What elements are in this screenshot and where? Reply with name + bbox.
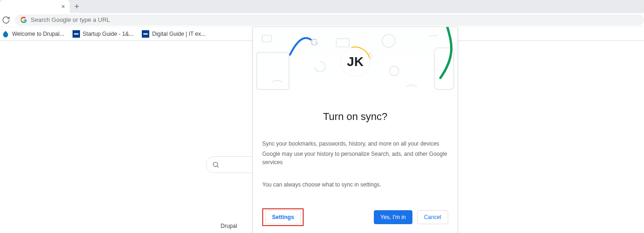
close-tab-icon[interactable]: × bbox=[61, 3, 65, 10]
svg-point-10 bbox=[390, 67, 399, 76]
ionos-icon bbox=[142, 30, 149, 38]
drupal-icon bbox=[2, 30, 9, 38]
bookmark-label: Welcome to Drupal... bbox=[12, 31, 64, 37]
dialog-actions: Settings Yes, I'm in Cancel bbox=[253, 191, 458, 233]
browser-toolbar bbox=[0, 13, 644, 27]
svg-rect-7 bbox=[262, 35, 272, 42]
dialog-text-privacy: Google may use your history to personali… bbox=[262, 150, 448, 166]
sync-dialog: G JK Turn on sync? Sync your bookmarks, … bbox=[252, 27, 458, 233]
svg-text:G: G bbox=[310, 36, 318, 48]
yes-button[interactable]: Yes, I'm in bbox=[374, 210, 412, 224]
ionos-icon bbox=[73, 30, 80, 38]
dialog-text-note: You can always choose what to sync in se… bbox=[262, 180, 448, 189]
svg-point-8 bbox=[382, 34, 395, 47]
bookmark-startup-guide[interactable]: Startup Guide - 1&... bbox=[73, 30, 133, 38]
new-tab-button[interactable]: + bbox=[74, 2, 80, 12]
svg-rect-9 bbox=[336, 39, 349, 47]
cancel-button[interactable]: Cancel bbox=[417, 210, 448, 224]
dialog-body: Sync your bookmarks, passwords, history,… bbox=[253, 140, 458, 189]
bookmark-label: Startup Guide - 1&... bbox=[83, 31, 133, 37]
svg-line-5 bbox=[217, 166, 219, 167]
omnibox-input[interactable] bbox=[31, 16, 638, 23]
svg-point-4 bbox=[213, 162, 217, 166]
shortcut-drupal[interactable]: Drupal bbox=[221, 223, 237, 229]
dialog-title: Turn on sync? bbox=[253, 111, 458, 123]
bookmark-label: Digital Guide | IT ex... bbox=[152, 31, 206, 37]
bookmark-digital-guide[interactable]: Digital Guide | IT ex... bbox=[142, 30, 206, 38]
search-icon bbox=[212, 161, 219, 168]
svg-rect-3 bbox=[144, 33, 148, 34]
active-tab[interactable]: × bbox=[0, 0, 70, 13]
tab-strip: × + bbox=[0, 0, 644, 13]
dialog-hero: G JK bbox=[253, 27, 458, 97]
svg-rect-1 bbox=[74, 33, 78, 34]
google-g-icon bbox=[20, 17, 27, 23]
settings-button[interactable]: Settings bbox=[265, 210, 301, 224]
profile-avatar: JK bbox=[340, 47, 370, 77]
reload-icon[interactable] bbox=[2, 16, 10, 24]
settings-highlight: Settings bbox=[262, 208, 304, 226]
bookmark-drupal[interactable]: Welcome to Drupal... bbox=[2, 30, 64, 38]
dialog-text-sync: Sync your bookmarks, passwords, history,… bbox=[262, 140, 448, 148]
address-bar[interactable] bbox=[15, 14, 644, 26]
svg-rect-6 bbox=[257, 53, 289, 90]
